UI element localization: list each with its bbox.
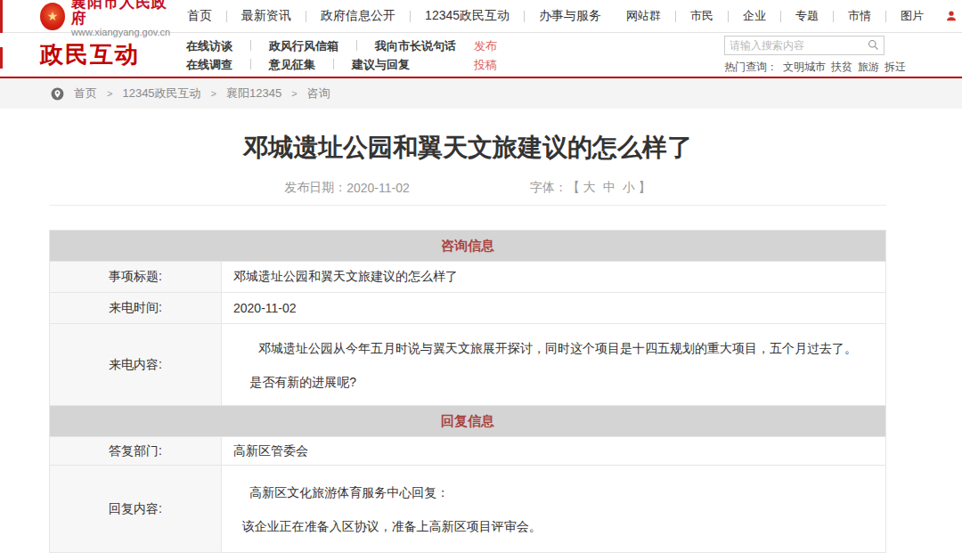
font-size-medium[interactable]: 中 <box>603 180 616 196</box>
reply-content-label: 回复内容: <box>50 466 222 553</box>
search-box <box>724 36 885 55</box>
publish-date-group: 发布日期： 2020-11-02 <box>284 180 410 196</box>
table-row: 答复部门: 高新区管委会 <box>50 437 886 466</box>
login-area: 登录 | 注册 <box>945 8 962 24</box>
font-size-label: 字体： <box>530 180 567 196</box>
table-row: 来电内容: 邓城遗址公园从今年五月时说与翼天文旅展开探讨，同时这个项目是十四五规… <box>50 324 886 406</box>
article-content: 邓城遗址公园和翼天文旅建议的怎么样了 发布日期： 2020-11-02 字体： … <box>49 130 886 553</box>
contribute-link[interactable]: 投稿 <box>474 55 497 74</box>
national-emblem-icon: ★ <box>40 3 65 30</box>
nav-city-profile[interactable]: 市情 <box>826 8 878 24</box>
article-meta: 发布日期： 2020-11-02 字体： 【 大 中 小 】 <box>49 180 886 196</box>
menu-online-survey[interactable]: 在线调查 <box>186 55 241 74</box>
hot-item-civilized-city[interactable]: 文明城市 <box>783 60 826 75</box>
call-content-label: 来电内容: <box>50 324 222 406</box>
bracket-close: 】 <box>639 180 651 196</box>
nav-12345-interaction[interactable]: 12345政民互动 <box>403 8 517 24</box>
publish-date-value: 2020-11-02 <box>346 181 410 195</box>
crumb-consultation: 咨询 <box>307 85 330 101</box>
call-time-value: 2020-11-02 <box>222 293 886 324</box>
call-content-paragraph-1: 邓城遗址公园从今年五月时说与翼天文旅展开探讨，同时这个项目是十四五规划的重大项目… <box>233 340 885 356</box>
page-title: 邓城遗址公园和翼天文旅建议的怎么样了 <box>49 130 886 166</box>
meta-divider <box>49 205 886 206</box>
reply-paragraph-1: 高新区文化旅游体育服务中心回复： <box>233 484 885 500</box>
hot-queries: 热门查询： 文明城市 扶贫 旅游 拆迁 <box>724 60 885 75</box>
interaction-menu: 在线访谈 政风行风信箱 我向市长说句话 在线调查 意见征集 建议与回复 <box>186 37 465 74</box>
item-title-label: 事项标题: <box>50 262 222 293</box>
font-size-group: 字体： 【 大 中 小 】 <box>530 180 651 196</box>
menu-style-mailbox[interactable]: 政风行风信箱 <box>241 37 347 55</box>
table-row: 回复内容: 高新区文化旅游体育服务中心回复： 该企业正在准备入区协议，准备上高新… <box>50 466 886 553</box>
nav-enterprise[interactable]: 企业 <box>721 8 773 24</box>
crumb-separator: > <box>107 88 112 99</box>
menu-speak-to-mayor[interactable]: 我向市长说句话 <box>347 37 465 55</box>
consultation-table: 咨询信息 事项标题: 邓城遗址公园和翼天文旅建议的怎么样了 来电时间: 2020… <box>49 230 886 553</box>
top-header: ★ 襄阳市人民政府 www.xiangyang.gov.cn 首页 最新资讯 政… <box>0 0 962 33</box>
section-header-reply-title: 回复信息 <box>50 406 886 437</box>
left-edge-red-artifact-mid <box>0 47 3 69</box>
font-size-small[interactable]: 小 <box>623 180 635 196</box>
menu-suggestion-reply[interactable]: 建议与回复 <box>324 55 419 74</box>
hot-item-poverty-relief[interactable]: 扶贫 <box>831 60 852 75</box>
table-row: 事项标题: 邓城遗址公园和翼天文旅建议的怎么样了 <box>50 262 886 293</box>
reply-paragraph-2: 该企业正在准备入区协议，准备上高新区项目评审会。 <box>233 518 885 534</box>
site-name: 襄阳市人民政府 <box>71 0 173 27</box>
search-input[interactable] <box>730 39 868 52</box>
item-title-value: 邓城遗址公园和翼天文旅建议的怎么样了 <box>222 262 886 293</box>
hot-queries-label: 热门查询： <box>724 60 778 75</box>
site-logo[interactable]: ★ 襄阳市人民政府 www.xiangyang.gov.cn <box>40 0 173 37</box>
menu-opinion-collection[interactable]: 意见征集 <box>241 55 324 74</box>
user-icon <box>945 10 958 22</box>
reply-dept-label: 答复部门: <box>50 437 222 466</box>
reply-dept-value: 高新区管委会 <box>222 437 886 466</box>
nav-services[interactable]: 办事与服务 <box>517 8 608 24</box>
crumb-separator: > <box>211 88 216 99</box>
section-header-reply: 回复信息 <box>50 406 886 437</box>
section-title: 政民互动 <box>40 39 140 70</box>
hot-item-tourism[interactable]: 旅游 <box>858 60 879 75</box>
menu-online-interview[interactable]: 在线访谈 <box>186 37 241 55</box>
site-url: www.xiangyang.gov.cn <box>71 27 173 37</box>
publish-links: 发布 投稿 <box>474 37 497 74</box>
crumb-xiangyang-12345[interactable]: 襄阳12345 <box>226 85 281 101</box>
search-area: 热门查询： 文明城市 扶贫 旅游 拆迁 <box>724 36 885 75</box>
font-size-large[interactable]: 大 <box>583 180 596 196</box>
search-icon[interactable] <box>868 39 879 51</box>
location-pin-icon <box>51 87 64 101</box>
nav-site-group[interactable]: 网站群 <box>619 8 668 24</box>
section-header-consultation-title: 咨询信息 <box>50 231 886 262</box>
nav-home[interactable]: 首页 <box>180 8 219 24</box>
nav-topics[interactable]: 专题 <box>773 8 826 24</box>
hot-item-demolition[interactable]: 拆迁 <box>885 60 906 75</box>
bracket-open: 【 <box>567 180 580 196</box>
crumb-separator: > <box>291 88 297 99</box>
nav-latest-news[interactable]: 最新资讯 <box>219 8 298 24</box>
interaction-band: 政民互动 在线访谈 政风行风信箱 我向市长说句话 在线调查 意见征集 建议与回复… <box>0 33 962 77</box>
nav-pictures[interactable]: 图片 <box>878 8 931 24</box>
table-row: 来电时间: 2020-11-02 <box>50 293 886 324</box>
reply-content-value: 高新区文化旅游体育服务中心回复： 该企业正在准备入区协议，准备上高新区项目评审会… <box>222 466 886 553</box>
publish-date-label: 发布日期： <box>284 180 346 196</box>
nav-gov-info[interactable]: 政府信息公开 <box>298 8 403 24</box>
breadcrumb: 首页 > 12345政民互动 > 襄阳12345 > 咨询 <box>0 78 962 109</box>
main-nav: 首页 最新资讯 政府信息公开 12345政民互动 办事与服务 <box>180 8 608 24</box>
nav-citizen[interactable]: 市民 <box>668 8 721 24</box>
call-content-paragraph-2: 是否有新的进展呢? <box>233 374 885 390</box>
secondary-nav: 网站群 市民 企业 专题 市情 图片 <box>619 8 931 24</box>
publish-link[interactable]: 发布 <box>474 37 497 55</box>
call-content-value: 邓城遗址公园从今年五月时说与翼天文旅展开探讨，同时这个项目是十四五规划的重大项目… <box>222 324 886 406</box>
crumb-12345-interaction[interactable]: 12345政民互动 <box>122 85 200 101</box>
section-header-consultation: 咨询信息 <box>50 231 886 262</box>
crumb-home[interactable]: 首页 <box>74 85 97 101</box>
left-edge-red-artifact-top <box>0 0 3 33</box>
call-time-label: 来电时间: <box>50 293 222 324</box>
